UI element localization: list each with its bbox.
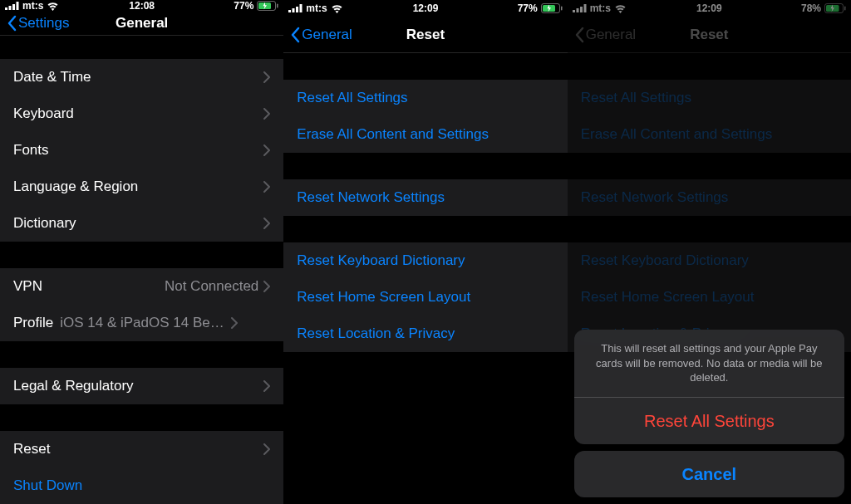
cell-erase-all[interactable]: Erase All Content and Settings — [283, 116, 567, 153]
cell-fonts[interactable]: Fonts — [0, 132, 283, 169]
svg-rect-8 — [293, 8, 295, 12]
cell-label: Reset Location & Privacy — [297, 325, 553, 342]
battery-icon — [541, 3, 563, 13]
cell-keyboard[interactable]: Keyboard — [0, 95, 283, 132]
chevron-right-icon — [263, 443, 270, 455]
status-bar: mt:s 12:08 77% — [0, 0, 283, 12]
cell-label: Reset Network Settings — [297, 189, 553, 206]
cell-dictionary[interactable]: Dictionary — [0, 205, 283, 242]
battery-pct-label: 78% — [801, 2, 821, 14]
cell-reset-keyboard-dict[interactable]: Reset Keyboard Dictionary — [283, 242, 567, 279]
svg-rect-1 — [9, 6, 12, 10]
cell-label: Reset Network Settings — [581, 189, 838, 206]
cell-language-region[interactable]: Language & Region — [0, 169, 283, 205]
chevron-left-icon — [7, 15, 17, 32]
cell-reset-home-layout[interactable]: Reset Home Screen Layout — [283, 279, 567, 316]
nav-bar: General Reset — [568, 17, 851, 53]
nav-title: Reset — [690, 27, 728, 43]
battery-icon — [824, 3, 846, 13]
cell-label: Fonts — [13, 142, 263, 159]
cell-label: VPN — [13, 278, 165, 295]
cell-reset-home-layout: Reset Home Screen Layout — [568, 279, 851, 316]
svg-rect-7 — [288, 10, 291, 12]
chevron-right-icon — [263, 71, 270, 83]
action-cancel-button[interactable]: Cancel — [574, 451, 844, 497]
back-label: Settings — [18, 15, 69, 32]
svg-rect-10 — [300, 4, 303, 12]
svg-rect-13 — [561, 7, 563, 11]
battery-pct-label: 77% — [234, 0, 253, 12]
group-general-4: Reset Shut Down — [0, 431, 283, 504]
nav-title: General — [116, 15, 168, 32]
signal-icon — [5, 2, 19, 10]
carrier-label: mt:s — [22, 0, 43, 12]
cell-reset-all-settings: Reset All Settings — [568, 80, 851, 116]
back-button[interactable]: General — [290, 27, 352, 43]
cell-reset-keyboard-dict: Reset Keyboard Dictionary — [568, 242, 851, 279]
nav-bar: General Reset — [283, 17, 567, 53]
action-sheet-main: This will reset all settings and your Ap… — [574, 330, 844, 444]
cell-reset-all-settings[interactable]: Reset All Settings — [283, 80, 567, 116]
battery-pct-label: 77% — [518, 2, 538, 14]
cell-label: Reset Home Screen Layout — [581, 289, 838, 306]
back-button[interactable]: Settings — [7, 15, 69, 32]
wifi-icon — [331, 4, 343, 13]
cell-label: Legal & Regulatory — [13, 378, 263, 394]
carrier-label: mt:s — [590, 2, 611, 14]
svg-rect-9 — [296, 7, 298, 12]
nav-title: Reset — [406, 27, 445, 43]
back-label: General — [302, 27, 352, 43]
svg-rect-3 — [17, 2, 19, 10]
group-reset-1: Reset All Settings Erase All Content and… — [568, 80, 851, 153]
group-reset-2: Reset Network Settings — [283, 179, 567, 216]
cell-legal[interactable]: Legal & Regulatory — [0, 368, 283, 404]
chevron-right-icon — [263, 108, 270, 120]
cell-reset-location-privacy[interactable]: Reset Location & Privacy — [283, 316, 567, 352]
action-sheet-cancel-block: Cancel — [574, 451, 844, 497]
svg-rect-15 — [576, 8, 578, 12]
cell-reset[interactable]: Reset — [0, 431, 283, 467]
cell-label: Shut Down — [13, 477, 270, 494]
cell-label: Reset Keyboard Dictionary — [297, 252, 553, 269]
cell-label: Erase All Content and Settings — [297, 126, 553, 143]
cell-label: Profile — [13, 315, 53, 331]
cell-reset-network: Reset Network Settings — [568, 179, 851, 216]
status-bar: mt:s 12:09 78% — [568, 0, 851, 17]
signal-icon — [573, 4, 587, 12]
cell-label: Dictionary — [13, 215, 263, 232]
cell-label: Reset Home Screen Layout — [297, 289, 553, 306]
screen-reset-confirm: mt:s 12:09 78% General Reset Reset All S… — [568, 0, 851, 504]
action-reset-all-button[interactable]: Reset All Settings — [574, 398, 844, 444]
action-sheet-message: This will reset all settings and your Ap… — [574, 330, 844, 398]
cell-detail: Not Connected — [165, 278, 258, 295]
cell-label: Erase All Content and Settings — [581, 126, 838, 143]
back-label: General — [586, 27, 636, 43]
clock-label: 12:09 — [413, 2, 439, 14]
chevron-right-icon — [263, 380, 270, 392]
signal-icon — [288, 4, 303, 12]
chevron-right-icon — [263, 218, 270, 229]
wifi-icon — [47, 2, 59, 11]
cell-date-time[interactable]: Date & Time — [0, 59, 283, 95]
chevron-right-icon — [263, 144, 270, 156]
group-general-2: VPN Not Connected Profile iOS 14 & iPadO… — [0, 268, 283, 341]
clock-label: 12:09 — [696, 2, 722, 14]
chevron-right-icon — [263, 281, 270, 292]
battery-icon — [257, 1, 278, 11]
group-reset-1: Reset All Settings Erase All Content and… — [283, 80, 567, 153]
svg-rect-0 — [5, 7, 7, 10]
nav-bar: Settings General — [0, 12, 283, 36]
cell-profile[interactable]: Profile iOS 14 & iPadOS 14 Beta Softwar.… — [0, 305, 283, 341]
cell-label: Reset All Settings — [297, 90, 553, 106]
cell-shutdown[interactable]: Shut Down — [0, 467, 283, 504]
chevron-left-icon — [290, 27, 300, 43]
chevron-left-icon — [574, 27, 584, 43]
carrier-label: mt:s — [306, 2, 327, 14]
cell-label: Reset — [13, 441, 263, 458]
svg-rect-14 — [573, 10, 575, 12]
screen-reset: mt:s 12:09 77% General Reset Reset All S… — [283, 0, 567, 504]
cell-vpn[interactable]: VPN Not Connected — [0, 268, 283, 305]
clock-label: 12:08 — [129, 0, 155, 12]
cell-reset-network[interactable]: Reset Network Settings — [283, 179, 567, 216]
action-sheet: This will reset all settings and your Ap… — [574, 330, 844, 497]
